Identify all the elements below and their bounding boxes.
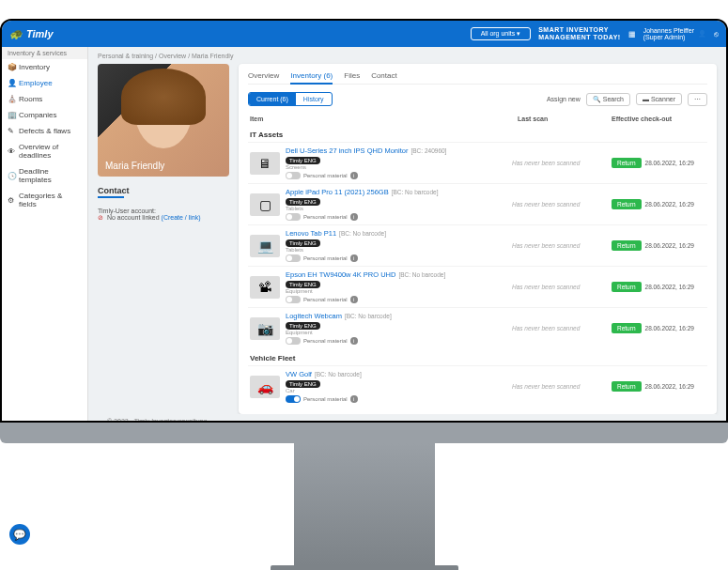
return-button[interactable]: Return — [612, 158, 642, 168]
checkout-date: 28.06.2022, 16:29 — [645, 201, 694, 208]
personal-material-toggle[interactable] — [286, 337, 301, 345]
item-row[interactable]: 🖥 Dell U-Series 27 inch IPS QHD Monitor[… — [248, 142, 707, 183]
org-badge: Timly ENG — [286, 322, 320, 330]
personal-material-toggle[interactable] — [286, 296, 301, 303]
item-thumb: 💻 — [250, 235, 280, 257]
app-logo: 🐢 Timly — [9, 28, 54, 40]
item-thumb: 📷 — [250, 317, 280, 340]
sidebar-item-defects[interactable]: ✎Defects & flaws — [2, 123, 87, 139]
person-icon: 👤 — [8, 79, 15, 87]
sidebar-item-rooms[interactable]: ⛪Rooms — [2, 91, 87, 107]
monitor-bezel — [0, 423, 728, 443]
create-link-action[interactable]: (Create / link) — [162, 214, 201, 221]
qr-icon[interactable]: ▦ — [628, 30, 636, 39]
logo-icon: 🐢 — [9, 28, 23, 40]
more-button[interactable]: ⋯ — [688, 93, 707, 106]
personal-material-toggle[interactable] — [286, 395, 301, 403]
sidebar-item-companies[interactable]: 🏢Companies — [2, 107, 87, 123]
item-row[interactable]: 📷 Logitech Webcam[BC: No barcode] Timly … — [248, 307, 707, 348]
item-title[interactable]: VW Golf — [286, 370, 312, 378]
item-thumb: 📽 — [250, 276, 280, 299]
return-button[interactable]: Return — [612, 323, 642, 333]
return-button[interactable]: Return — [612, 282, 642, 292]
checkout-date: 28.06.2022, 16:29 — [645, 242, 694, 249]
logout-icon[interactable]: ⎋ — [714, 30, 719, 39]
item-barcode: [BC: No barcode] — [315, 371, 362, 377]
item-row[interactable]: 💻 Lenovo Tab P11[BC: No barcode] Timly E… — [248, 224, 707, 266]
search-button[interactable]: 🔍Search — [586, 93, 630, 106]
user-name: Johannes Pfeiffer — [643, 27, 694, 34]
tab-contact[interactable]: Contact — [371, 71, 397, 80]
personal-material-label: Personal material — [303, 173, 348, 178]
last-scan-cell: Has never been scanned — [512, 242, 606, 249]
box-icon: 📦 — [8, 63, 15, 71]
org-badge: Timly ENG — [286, 157, 320, 164]
personal-material-label: Personal material — [303, 297, 348, 302]
breadcrumb-item[interactable]: Overview — [159, 53, 186, 59]
item-row[interactable]: 🚗 VW Golf[BC: No barcode] Timly ENG Car … — [248, 365, 707, 407]
personal-material-toggle[interactable] — [286, 172, 301, 179]
subtab-history[interactable]: History — [296, 93, 332, 105]
personal-material-toggle[interactable] — [286, 213, 301, 221]
clock-icon: 🕓 — [8, 172, 15, 180]
item-title[interactable]: Lenovo Tab P11 — [286, 229, 336, 238]
user-menu[interactable]: Johannes Pfeiffer (Super Admin) 👤 — [643, 27, 706, 40]
personal-material-label: Personal material — [303, 396, 348, 402]
info-icon[interactable]: i — [350, 254, 358, 262]
chat-bubble-icon[interactable]: 💬 — [9, 524, 30, 545]
breadcrumb-item[interactable]: Personal & training — [98, 53, 153, 59]
item-title[interactable]: Epson EH TW9400w 4K PRO UHD — [286, 270, 395, 279]
item-category: Tablets — [286, 206, 506, 211]
scanner-button[interactable]: ▬Scanner — [636, 93, 682, 105]
assign-new-link[interactable]: Assign new — [547, 96, 581, 102]
item-row[interactable]: 📽 Epson EH TW9400w 4K PRO UHD[BC: No bar… — [248, 266, 707, 307]
subtab-current[interactable]: Current (6) — [249, 93, 296, 105]
last-scan-cell: Has never been scanned — [512, 325, 606, 331]
item-title[interactable]: Apple iPad Pro 11 (2021) 256GB — [286, 188, 389, 196]
eye-icon: 👁 — [8, 147, 15, 156]
item-title[interactable]: Logitech Webcam — [286, 312, 342, 320]
org-badge: Timly ENG — [286, 239, 320, 247]
contact-heading: Contact — [98, 186, 229, 198]
item-category: Equipment — [286, 330, 506, 335]
info-icon[interactable]: i — [350, 296, 358, 303]
sidebar-item-deadline-templates[interactable]: 🕓Deadline templates — [2, 163, 87, 188]
sidebar-item-employee[interactable]: 👤Employee — [2, 75, 87, 91]
personal-material-toggle[interactable] — [286, 254, 301, 262]
personal-material-label: Personal material — [303, 338, 348, 344]
profile-name: Maria Friendly — [105, 161, 164, 171]
info-icon[interactable]: i — [350, 172, 358, 179]
sidebar-item-inventory[interactable]: 📦Inventory — [2, 59, 87, 75]
sidebar-item-overview-deadlines[interactable]: 👁Overview of deadlines — [2, 139, 87, 163]
tab-overview[interactable]: Overview — [248, 71, 279, 80]
group-vehicle-fleet: Vehicle Fleet — [248, 348, 707, 365]
logo-text: Timly — [26, 28, 54, 39]
item-category: Screens — [286, 164, 506, 170]
return-button[interactable]: Return — [612, 240, 642, 251]
item-category: Equipment — [286, 288, 506, 294]
group-it-assets: IT Assets — [248, 125, 707, 142]
info-icon[interactable]: i — [350, 213, 358, 221]
sidebar-section: Inventory & services — [2, 47, 87, 59]
inventory-panel: Overview Inventory (6) Files Contact Cur… — [239, 64, 717, 414]
tab-inventory[interactable]: Inventory (6) — [290, 71, 333, 85]
subtabs: Current (6) History — [248, 92, 333, 106]
checkout-date: 28.06.2022, 16:29 — [645, 383, 694, 390]
pencil-icon: ✎ — [8, 127, 15, 135]
item-thumb: ▢ — [250, 193, 280, 216]
sidebar: Inventory & services 📦Inventory 👤Employe… — [2, 47, 88, 421]
item-thumb: 🚗 — [250, 376, 280, 398]
column-lastscan: Last scan — [518, 116, 612, 122]
item-title[interactable]: Dell U-Series 27 inch IPS QHD Monitor — [286, 146, 408, 155]
item-row[interactable]: ▢ Apple iPad Pro 11 (2021) 256GB[BC: No … — [248, 183, 707, 224]
sidebar-item-categories[interactable]: ⚙Categories & fields — [2, 188, 87, 212]
info-icon[interactable]: i — [350, 395, 358, 403]
account-status: No account linked — [107, 214, 160, 221]
monitor-stand — [294, 443, 435, 565]
tab-files[interactable]: Files — [344, 71, 360, 80]
return-button[interactable]: Return — [612, 381, 642, 392]
org-badge: Timly ENG — [286, 380, 320, 388]
return-button[interactable]: Return — [612, 199, 642, 209]
info-icon[interactable]: i — [350, 337, 358, 345]
org-unit-selector[interactable]: All org units ▾ — [471, 27, 532, 40]
